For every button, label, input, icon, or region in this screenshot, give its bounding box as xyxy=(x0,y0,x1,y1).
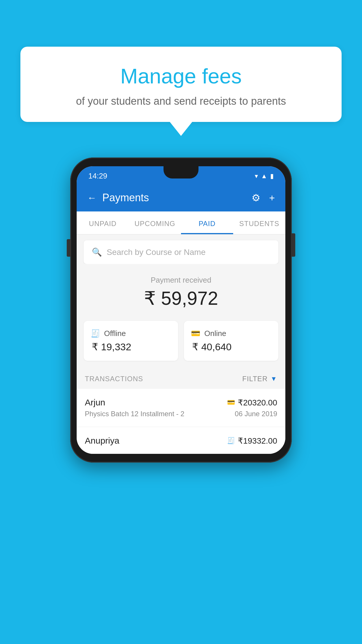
transaction-amount: ₹20320.00 xyxy=(238,398,277,407)
card-payment-icon: 💳 xyxy=(227,399,235,406)
tab-paid[interactable]: PAID xyxy=(181,211,233,234)
signal-icon: ▲ xyxy=(261,172,267,180)
bubble-title: Manage fees xyxy=(32,64,330,88)
notch xyxy=(164,166,198,178)
online-icon: 💳 xyxy=(191,329,200,338)
search-placeholder: Search by Course or Name xyxy=(107,248,205,257)
payment-received-label: Payment received xyxy=(84,276,278,285)
filter-icon: ▼ xyxy=(270,375,277,383)
header-right: ⚙ + xyxy=(252,192,275,204)
wifi-icon: ▾ xyxy=(255,172,258,180)
header-left: ← Payments xyxy=(87,192,149,204)
settings-icon[interactable]: ⚙ xyxy=(252,192,260,204)
offline-amount: ₹ 19,332 xyxy=(91,341,171,353)
transaction-top-2: Anupriya 🧾 ₹19332.00 xyxy=(85,436,277,446)
payment-total-amount: ₹ 59,972 xyxy=(84,288,278,309)
transaction-top: Arjun 💳 ₹20320.00 xyxy=(85,398,277,407)
filter-button[interactable]: FILTER ▼ xyxy=(242,375,277,383)
transactions-section-label: TRANSACTIONS xyxy=(85,375,143,383)
transaction-amount-wrap-2: 🧾 ₹19332.00 xyxy=(227,436,277,446)
phone-wrapper: 14:29 ▾ ▲ ▮ ← Payments ⚙ + xyxy=(70,158,292,463)
search-icon: 🔍 xyxy=(92,247,102,257)
cash-payment-icon: 🧾 xyxy=(227,437,235,444)
online-card-header: 💳 Online xyxy=(191,329,271,338)
transaction-amount-wrap: 💳 ₹20320.00 xyxy=(227,398,277,407)
transaction-name: Arjun xyxy=(85,398,105,407)
online-label: Online xyxy=(204,329,226,338)
transaction-date: 06 June 2019 xyxy=(235,410,277,418)
phone-screen: 14:29 ▾ ▲ ▮ ← Payments ⚙ + xyxy=(77,166,285,454)
tab-upcoming[interactable]: UPCOMING xyxy=(129,211,181,234)
search-container: 🔍 Search by Course or Name xyxy=(77,235,285,264)
table-row[interactable]: Arjun 💳 ₹20320.00 Physics Batch 12 Insta… xyxy=(77,389,285,427)
filter-label: FILTER xyxy=(242,375,268,383)
transactions-header: TRANSACTIONS FILTER ▼ xyxy=(77,368,285,389)
status-icons: ▾ ▲ ▮ xyxy=(255,172,274,180)
offline-label: Offline xyxy=(104,329,126,338)
transaction-course: Physics Batch 12 Installment - 2 xyxy=(85,410,184,418)
online-amount: ₹ 40,640 xyxy=(191,341,271,353)
back-button[interactable]: ← xyxy=(87,192,96,203)
header-title: Payments xyxy=(102,192,149,204)
app-header: ← Payments ⚙ + xyxy=(77,184,285,211)
transaction-bottom: Physics Batch 12 Installment - 2 06 June… xyxy=(85,410,277,418)
add-icon[interactable]: + xyxy=(269,192,275,204)
transaction-name-2: Anupriya xyxy=(85,436,119,446)
tab-unpaid[interactable]: UNPAID xyxy=(77,211,129,234)
offline-card-header: 🧾 Offline xyxy=(91,329,171,338)
transaction-amount-2: ₹19332.00 xyxy=(238,436,277,446)
speech-bubble: Manage fees of your students and send re… xyxy=(20,47,342,122)
online-payment-card: 💳 Online ₹ 40,640 xyxy=(184,321,278,361)
offline-icon: 🧾 xyxy=(91,329,100,338)
table-row[interactable]: Anupriya 🧾 ₹19332.00 xyxy=(77,427,285,454)
payment-summary: Payment received ₹ 59,972 xyxy=(77,264,285,315)
bubble-subtitle: of your students and send receipts to pa… xyxy=(32,95,330,107)
payment-cards: 🧾 Offline ₹ 19,332 💳 Online ₹ 40,640 xyxy=(77,315,285,368)
offline-payment-card: 🧾 Offline ₹ 19,332 xyxy=(84,321,178,361)
status-time: 14:29 xyxy=(88,172,107,181)
phone-outer: 14:29 ▾ ▲ ▮ ← Payments ⚙ + xyxy=(70,158,292,463)
search-bar[interactable]: 🔍 Search by Course or Name xyxy=(84,240,278,264)
battery-icon: ▮ xyxy=(270,172,274,180)
tabs: UNPAID UPCOMING PAID STUDENTS xyxy=(77,211,285,235)
tab-students[interactable]: STUDENTS xyxy=(233,211,285,234)
